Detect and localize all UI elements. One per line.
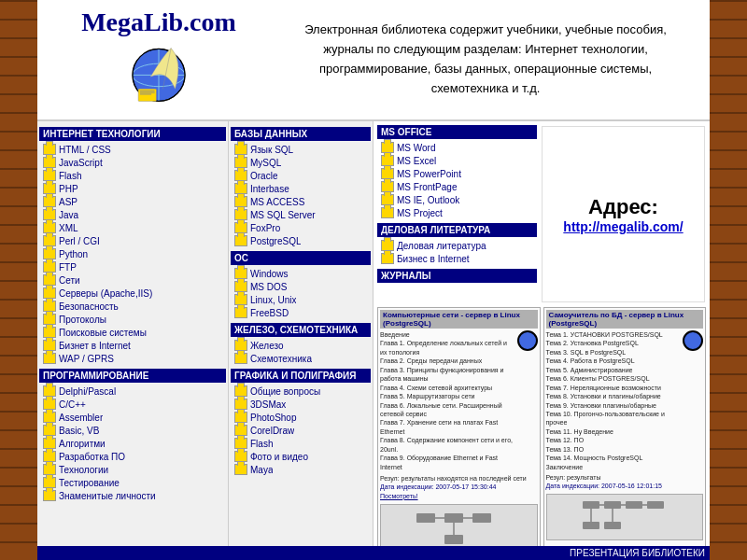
middle-nav: БАЗЫ ДАННЫХ Язык SQL MySQL Oracle Interb… [229, 121, 374, 560]
preview-box-1: Компьютерные сети - сервер в Linux (Post… [377, 307, 541, 555]
nav-wap[interactable]: WAP / GPRS [39, 352, 226, 365]
nav-biznes-internet2[interactable]: Бизнес в Internet [377, 252, 537, 265]
nav-delphi[interactable]: Delphi/Pascal [39, 385, 226, 398]
preview-section: Компьютерные сети - сервер в Linux (Post… [375, 305, 708, 557]
preview2-content: Тема 1. УСТАНОВКИ POSTGRES/SQL Тема 2. У… [546, 330, 704, 540]
svg-rect-18 [626, 501, 642, 509]
nav-foxpro[interactable]: FoxPro [231, 221, 371, 234]
nav-windows[interactable]: Windows [231, 267, 371, 280]
nav-java[interactable]: Java [39, 208, 226, 221]
nav-skhemotekhnika[interactable]: Схемотехника [231, 352, 371, 365]
nav-mysql[interactable]: MySQL [231, 156, 371, 169]
site-title: MegaLib.com [81, 7, 236, 37]
nav-flash-grafika[interactable]: Flash [231, 437, 371, 450]
nav-ms-ie[interactable]: MS IE, Outlook [377, 193, 537, 206]
nav-photoshop[interactable]: PhotoShop [231, 411, 371, 424]
nav-interbase[interactable]: Interbase [231, 182, 371, 195]
nav-zhelezo[interactable]: Железо [231, 339, 371, 352]
nav-ms-excel[interactable]: MS Excel [377, 154, 537, 167]
preview1-title: Компьютерные сети - сервер в Linux (Post… [380, 310, 538, 329]
address-url[interactable]: http://megalib.com/ [563, 219, 683, 234]
border-left [0, 0, 37, 560]
book-diagram-2 [546, 494, 704, 540]
delovaya-header: ДЕЛОВАЯ ЛИТЕРАТУРА [377, 223, 537, 237]
logo-area: MegaLib.com [47, 7, 271, 112]
nav-ms-project[interactable]: MS Project [377, 206, 537, 219]
svg-rect-19 [647, 501, 664, 509]
msoffice-header: MS OFFICE [377, 125, 537, 139]
address-label: Адрес: [588, 195, 658, 219]
header-tagline: Электронная библиотека содержит учебники… [271, 16, 700, 103]
svg-rect-8 [140, 94, 151, 95]
header: MegaLib.com [37, 0, 710, 121]
folder-icon [381, 207, 394, 218]
nav-poiskovye[interactable]: Поисковые системы [39, 326, 226, 339]
right-content: MS OFFICE MS Word MS Excel MS PowerPoint [374, 121, 710, 560]
nav-ms-sql[interactable]: MS SQL Server [231, 208, 371, 221]
content-area: ИНТЕРНЕТ ТЕХНОЛОГИИ HTML / CSS JavaScrip… [37, 121, 710, 560]
nav-znamenitye[interactable]: Знаменитые личности [39, 489, 226, 502]
nav-ms-word[interactable]: MS Word [377, 141, 537, 154]
nav-xml[interactable]: XML [39, 221, 226, 234]
bottom-bar-label: ПРЕЗЕНТАЦИЯ БИБЛИОТЕКИ [570, 548, 705, 558]
nav-ms-frontpage[interactable]: MS FrontPage [377, 180, 537, 193]
svg-rect-11 [472, 513, 491, 523]
nav-coreldraw[interactable]: CorelDraw [231, 424, 371, 437]
nav-3dsmax[interactable]: 3DSMax [231, 398, 371, 411]
nav-ms-access[interactable]: MS ACCESS [231, 195, 371, 208]
nav-html-css[interactable]: HTML / CSS [39, 143, 226, 156]
nav-sql[interactable]: Язык SQL [231, 143, 371, 156]
zhurnaly-header: ЖУРНАЛЫ [377, 269, 537, 283]
nav-ftp[interactable]: FTP [39, 260, 226, 273]
nav-msdos[interactable]: MS DOS [231, 280, 371, 293]
nav-assembler[interactable]: Assembler [39, 411, 226, 424]
nav-protokoly[interactable]: Протоколы [39, 313, 226, 326]
internet-icon-1 [517, 330, 538, 351]
nav-razrabotka[interactable]: Разработка ПО [39, 450, 226, 463]
nav-python[interactable]: Python [39, 247, 226, 260]
folder-icon [234, 353, 247, 364]
nav-maya[interactable]: Maya [231, 463, 371, 476]
globe-svg [126, 42, 191, 107]
nav-servery[interactable]: Серверы (Apache,IIS) [39, 287, 226, 300]
nav-cpp[interactable]: C/C++ [39, 398, 226, 411]
internet-icon-2 [683, 330, 703, 351]
nav-bezopasnost[interactable]: Безопасность [39, 300, 226, 313]
network-diagram-1 [412, 509, 505, 551]
nav-perl-cgi[interactable]: Perl / CGI [39, 234, 226, 247]
nav-flash[interactable]: Flash [39, 169, 226, 182]
nav-seti[interactable]: Сети [39, 273, 226, 287]
address-section: Адрес: http://megalib.com/ [542, 126, 705, 302]
nav-ms-powerpoint[interactable]: MS PowerPoint [377, 167, 537, 180]
folder-icon [234, 307, 247, 318]
nav-delovaya[interactable]: Деловая литература [377, 239, 537, 252]
nav-algoritmy[interactable]: Алгоритми [39, 437, 226, 450]
nav-asp[interactable]: ASP [39, 195, 226, 208]
folder-icon [234, 464, 247, 475]
nav-basic[interactable]: Basic, VB [39, 424, 226, 437]
folder-icon [234, 235, 247, 246]
nav-foto[interactable]: Фото и видео [231, 450, 371, 463]
nav-freebsd[interactable]: FreeBSD [231, 306, 371, 319]
svg-rect-12 [444, 535, 463, 544]
svg-rect-24 [604, 522, 621, 529]
network-diagram-2 [578, 498, 671, 536]
folder-icon [43, 490, 56, 501]
nav-tekhnologii[interactable]: Технологии [39, 463, 226, 476]
section-zhelezo-header: ЖЕЛЕЗО, СХЕМОТЕХНИКА [231, 323, 371, 337]
nav-postgresql[interactable]: PostgreSQL [231, 234, 371, 247]
nav-testirovanie[interactable]: Тестирование [39, 476, 226, 489]
nav-linux[interactable]: Linux, Unix [231, 293, 371, 306]
section-grafika-header: ГРАФИКА И ПОЛИГРАФИЯ [231, 369, 371, 383]
section-db-header: БАЗЫ ДАННЫХ [231, 127, 371, 141]
nav-biznes-internet[interactable]: Бизнет в Internet [39, 339, 226, 352]
nav-obshchie[interactable]: Общие вопросы [231, 385, 371, 398]
nav-oracle[interactable]: Oracle [231, 169, 371, 182]
left-nav: ИНТЕРНЕТ ТЕХНОЛОГИИ HTML / CSS JavaScrip… [37, 121, 229, 560]
preview1-content: Введение Глава 1. Определение локальных … [380, 330, 538, 555]
section-os-header: ОС [231, 251, 371, 265]
logo-icon [117, 37, 201, 112]
svg-rect-23 [583, 522, 599, 529]
nav-javascript[interactable]: JavaScript [39, 156, 226, 169]
nav-php[interactable]: PHP [39, 182, 226, 195]
